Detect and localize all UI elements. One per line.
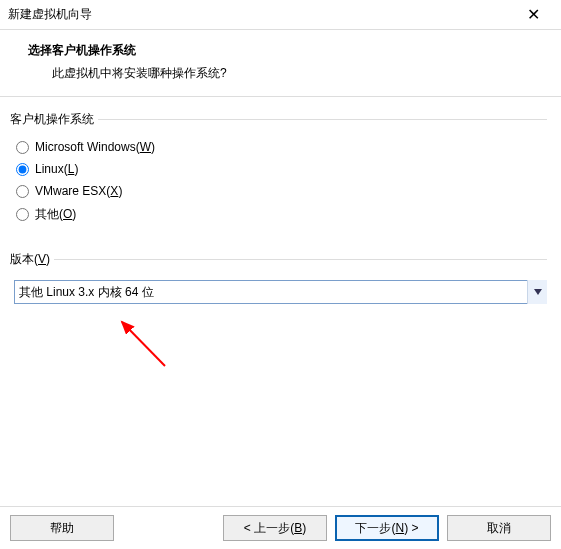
os-radio-linux[interactable] <box>16 163 29 176</box>
titlebar: 新建虚拟机向导 ✕ <box>0 0 561 30</box>
version-group: 版本(V) 其他 Linux 3.x 内核 64 位 <box>14 251 547 314</box>
os-radio-windows[interactable] <box>16 141 29 154</box>
wizard-body: 客户机操作系统 Microsoft Windows(W) Linux(L) VM… <box>0 97 561 314</box>
next-button[interactable]: 下一步(N) > <box>335 515 439 541</box>
cancel-button[interactable]: 取消 <box>447 515 551 541</box>
guest-os-legend: 客户机操作系统 <box>10 111 98 128</box>
os-label: Microsoft Windows(W) <box>35 140 155 154</box>
version-legend: 版本(V) <box>10 251 54 268</box>
page-subtitle: 此虚拟机中将安装哪种操作系统? <box>28 65 541 82</box>
version-select[interactable]: 其他 Linux 3.x 内核 64 位 <box>14 280 547 304</box>
os-option-linux[interactable]: Linux(L) <box>14 158 547 180</box>
version-select-wrap[interactable]: 其他 Linux 3.x 内核 64 位 <box>14 280 547 304</box>
wizard-header: 选择客户机操作系统 此虚拟机中将安装哪种操作系统? <box>0 30 561 97</box>
annotation-arrow-icon <box>110 316 180 376</box>
os-option-other[interactable]: 其他(O) <box>14 202 547 227</box>
close-icon[interactable]: ✕ <box>513 7 553 23</box>
os-radio-other[interactable] <box>16 208 29 221</box>
svg-line-0 <box>122 322 165 366</box>
os-label: 其他(O) <box>35 206 76 223</box>
os-label: VMware ESX(X) <box>35 184 122 198</box>
wizard-footer: 帮助 < 上一步(B) 下一步(N) > 取消 <box>0 506 561 549</box>
back-button[interactable]: < 上一步(B) <box>223 515 327 541</box>
os-option-vmware-esx[interactable]: VMware ESX(X) <box>14 180 547 202</box>
page-title: 选择客户机操作系统 <box>28 42 541 59</box>
os-label: Linux(L) <box>35 162 78 176</box>
help-button[interactable]: 帮助 <box>10 515 114 541</box>
guest-os-group: 客户机操作系统 Microsoft Windows(W) Linux(L) VM… <box>14 111 547 237</box>
os-radio-vmware-esx[interactable] <box>16 185 29 198</box>
os-option-windows[interactable]: Microsoft Windows(W) <box>14 136 547 158</box>
window-title: 新建虚拟机向导 <box>8 6 92 23</box>
